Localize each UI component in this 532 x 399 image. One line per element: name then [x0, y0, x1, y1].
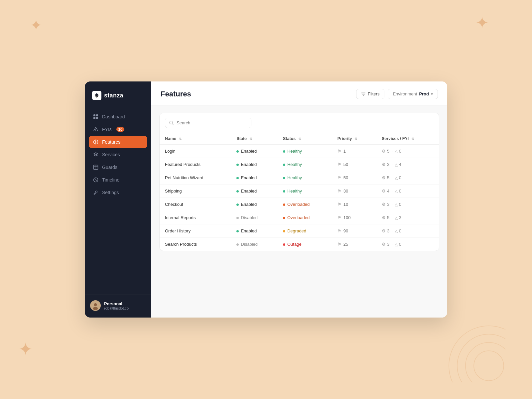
svg-rect-16	[94, 165, 98, 170]
flag-icon: ⚑	[337, 202, 341, 207]
cell-services-fyi: ⚙ 5 · △ 3	[376, 211, 439, 224]
cell-state: Enabled	[231, 158, 278, 171]
cell-name: Shipping	[160, 185, 231, 198]
cell-status: Healthy	[278, 171, 332, 185]
svg-line-21	[96, 180, 97, 181]
cell-state: Enabled	[231, 171, 278, 185]
header-actions: Filters Environment Prod ▾	[356, 89, 438, 99]
layers-icon	[93, 152, 99, 158]
sidebar-footer: Personal rob@thisdot.co	[85, 295, 151, 318]
decorative-star-1: ✦	[30, 17, 42, 34]
warning-icon: △	[395, 202, 398, 207]
clock-icon	[93, 177, 99, 183]
cell-state: Enabled	[231, 198, 278, 211]
cell-state: Enabled	[231, 145, 278, 158]
env-selector[interactable]: Environment Prod ▾	[388, 89, 438, 99]
svg-rect-7	[96, 117, 98, 119]
svg-point-28	[170, 121, 173, 124]
sidebar-item-settings[interactable]: Settings	[89, 187, 147, 199]
env-label: Environment	[393, 91, 417, 96]
cell-services-fyi: ⚙ 4 · △ 0	[376, 185, 439, 198]
sidebar-item-features[interactable]: Features	[89, 136, 147, 148]
sidebar-item-guards[interactable]: Guards	[89, 161, 147, 173]
col-services-fyi[interactable]: Services / FYI ⇅	[376, 133, 439, 145]
sidebar-item-timeline[interactable]: Timeline	[89, 174, 147, 186]
warning-icon: △	[395, 176, 398, 180]
table-icon	[93, 164, 99, 170]
sidebar-item-dashboard-label: Dashboard	[102, 114, 125, 119]
flag-icon: ⚑	[337, 189, 341, 194]
cell-priority: ⚑100	[332, 211, 376, 224]
filters-button[interactable]: Filters	[356, 89, 384, 99]
svg-point-0	[449, 326, 505, 382]
sort-icon-name: ⇅	[179, 137, 182, 141]
flag-icon: ⚑	[337, 242, 341, 247]
cell-priority: ⚑50	[332, 158, 376, 171]
flag-icon: ⚑	[337, 215, 341, 220]
sidebar-item-guards-label: Guards	[102, 165, 117, 170]
col-state[interactable]: State ⇅	[231, 133, 278, 145]
cell-services-fyi: ⚙ 3 · △ 0	[376, 238, 439, 251]
cell-name: Featured Products	[160, 158, 231, 171]
cell-state: Disabled	[231, 238, 278, 251]
table-row[interactable]: CheckoutEnabledOverloaded⚑10 ⚙ 3 · △ 0	[160, 198, 439, 211]
cell-priority: ⚑30	[332, 185, 376, 198]
features-icon	[93, 139, 99, 145]
svg-point-24	[93, 307, 98, 311]
user-name: Personal	[104, 301, 129, 306]
svg-rect-6	[93, 117, 95, 119]
main-header: Features Filters Environment Prod ▾	[151, 81, 447, 105]
table-row[interactable]: LoginEnabledHealthy⚑1 ⚙ 5 · △ 0	[160, 145, 439, 158]
col-status[interactable]: Status ⇅	[278, 133, 332, 145]
gear-icon: ⚙	[382, 189, 386, 194]
gear-icon: ⚙	[382, 215, 386, 220]
cell-status: Healthy	[278, 145, 332, 158]
svg-rect-4	[93, 114, 95, 116]
gear-icon: ⚙	[382, 202, 386, 207]
sidebar-item-fyis[interactable]: FYIs 10	[89, 123, 147, 135]
cell-name: Internal Reports	[160, 211, 231, 224]
wrench-icon	[93, 190, 99, 196]
table-row[interactable]: Internal ReportsDisabledOverloaded⚑100 ⚙…	[160, 211, 439, 224]
filters-label: Filters	[368, 91, 379, 96]
cell-name: Search Products	[160, 238, 231, 251]
cell-status: Outage	[278, 238, 332, 251]
sidebar-item-dashboard[interactable]: Dashboard	[89, 111, 147, 123]
user-email: rob@thisdot.co	[104, 306, 129, 310]
cell-state: Enabled	[231, 185, 278, 198]
cell-services-fyi: ⚙ 3 · △ 0	[376, 198, 439, 211]
search-input[interactable]	[177, 120, 247, 125]
svg-rect-5	[96, 114, 98, 116]
table-row[interactable]: Search ProductsDisabledOutage⚑25 ⚙ 3 · △…	[160, 238, 439, 251]
cell-status: Healthy	[278, 158, 332, 171]
main-content: Features Filters Environment Prod ▾	[151, 81, 447, 318]
cell-priority: ⚑50	[332, 171, 376, 185]
sidebar-nav: Dashboard FYIs 10	[85, 108, 151, 295]
search-icon	[169, 121, 174, 125]
cell-services-fyi: ⚙ 3 · △ 0	[376, 224, 439, 238]
col-name[interactable]: Name ⇅	[160, 133, 231, 145]
svg-point-2	[466, 342, 505, 382]
alert-icon	[93, 126, 99, 132]
cell-priority: ⚑1	[332, 145, 376, 158]
table-row[interactable]: Pet Nutrition WizardEnabledHealthy⚑50 ⚙ …	[160, 171, 439, 185]
cell-state: Disabled	[231, 211, 278, 224]
svg-point-3	[474, 351, 504, 381]
table-row[interactable]: ShippingEnabledHealthy⚑30 ⚙ 4 · △ 0	[160, 185, 439, 198]
flag-icon: ⚑	[337, 175, 341, 180]
table-row[interactable]: Featured ProductsEnabledHealthy⚑50 ⚙ 3 ·…	[160, 158, 439, 171]
table-row[interactable]: Order HistoryEnabledDegraded⚑90 ⚙ 3 · △ …	[160, 224, 439, 238]
cell-priority: ⚑25	[332, 238, 376, 251]
cell-status: Degraded	[278, 224, 332, 238]
col-priority[interactable]: Priority ⇅	[332, 133, 376, 145]
svg-line-29	[172, 124, 174, 125]
gear-icon: ⚙	[382, 162, 386, 167]
cell-priority: ⚑10	[332, 198, 376, 211]
search-input-wrapper[interactable]	[165, 118, 251, 128]
sidebar-item-services[interactable]: Services	[89, 149, 147, 161]
env-value: Prod	[419, 91, 429, 96]
gear-icon: ⚙	[382, 242, 386, 247]
cell-name: Pet Nutrition Wizard	[160, 171, 231, 185]
sort-icon-priority: ⇅	[354, 137, 357, 141]
cell-services-fyi: ⚙ 3 · △ 4	[376, 158, 439, 171]
